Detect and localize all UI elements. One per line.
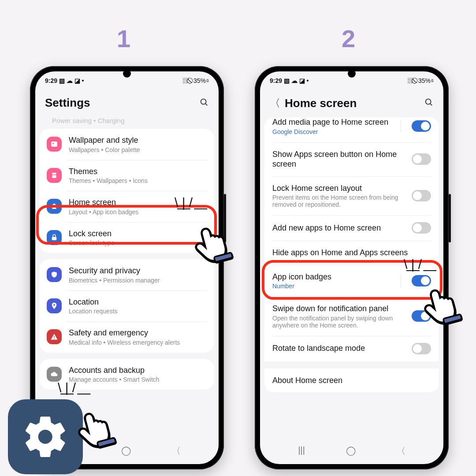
search-icon[interactable] [424,97,434,109]
shield-icon [47,267,62,282]
svg-line-9 [430,104,432,105]
camera-notch [348,70,356,78]
row-subtitle: Open the notification panel by swiping d… [272,315,406,329]
option-row[interactable]: Add media page to Home screenGoogle Disc… [264,117,439,142]
row-title: Safety and emergency [69,328,207,338]
row-title: Rotate to landscape mode [272,343,406,353]
row-subtitle: Manage accounts • Smart Switch [69,376,207,383]
home-button[interactable]: ◯ [121,445,131,457]
row-title: Themes [69,167,207,177]
step-2-label: 2 [342,24,355,53]
svg-rect-6 [54,336,55,338]
svg-rect-7 [54,338,55,339]
clipped-row: Power saving • Charging [40,117,214,129]
settings-row[interactable]: LocationLocation requests [40,290,214,322]
row-title: Hide apps on Home and Apps screens [272,248,431,258]
step-1-label: 1 [117,24,130,53]
row-subtitle: Medical info • Wireless emergency alerts [69,339,207,346]
row-title: Lock Home screen layout [272,183,406,193]
tap-pointer-3: \ | /— — [68,397,121,450]
image-icon [47,137,62,152]
toggle-switch[interactable] [412,190,431,201]
tap-pointer-1: \ | /— — [185,212,238,264]
row-title: Swipe down for notification panel [272,304,406,314]
toggle-switch[interactable] [412,222,431,234]
status-time: 9:29 ▧ ☁ ◪ • [45,77,84,84]
cloud-icon [47,367,62,382]
page-title: Settings [45,96,90,110]
toggle-switch[interactable] [412,343,431,354]
settings-header: Settings [35,88,219,117]
status-right: ⛆ ⃠ 35%▯ [407,77,434,84]
toggle-switch[interactable] [412,120,431,132]
home-screen-header: 〈 Home screen [260,88,443,117]
search-icon[interactable] [199,97,209,109]
back-button[interactable]: 〈 [172,445,181,457]
camera-notch [123,70,131,78]
pin-icon [47,298,62,313]
row-subtitle: Biometrics • Permission manager [69,277,207,284]
row-title: Show Apps screen button on Home screen [272,149,406,169]
row-title: Add media page to Home screen [272,117,395,127]
row-title: Security and privacy [69,266,207,276]
svg-rect-4 [52,237,57,240]
settings-row[interactable]: Wallpaper and styleWallpapers • Color pa… [40,129,214,160]
option-row[interactable]: Show Apps screen button on Home screen [264,142,439,176]
home-button[interactable]: ◯ [346,445,356,457]
row-title: App icon badges [272,272,395,282]
svg-point-8 [426,99,431,104]
svg-point-3 [52,143,54,144]
row-title: Wallpaper and style [69,135,207,145]
row-subtitle: Wallpapers • Color palette [69,146,207,153]
lock-icon [47,230,62,245]
svg-rect-2 [51,141,57,147]
alert-icon [47,329,62,344]
row-title: About Home screen [272,376,431,386]
option-row[interactable]: About Home screen [264,368,439,393]
row-subtitle: Prevent items on the Home screen from be… [272,194,406,208]
toggle-divider [401,119,401,133]
home-icon [47,199,62,214]
status-right: ⛆ ⃠ 35%▯ [182,77,209,84]
row-subtitle: Themes • Wallpapers • Icons [69,177,207,184]
option-row[interactable]: Rotate to landscape mode [264,336,439,361]
svg-line-1 [205,103,207,105]
row-link[interactable]: Number [272,283,395,290]
option-row[interactable]: Swipe down for notification panelOpen th… [264,297,439,336]
svg-point-0 [201,99,206,104]
toggle-switch[interactable] [412,153,431,165]
row-title: Add new apps to Home screen [272,223,406,233]
settings-row[interactable]: Safety and emergencyMedical info • Wirel… [40,321,214,353]
themes-icon [47,168,62,183]
row-title: Location [69,297,207,307]
option-row[interactable]: Lock Home screen layoutPrevent items on … [264,176,439,216]
option-row[interactable]: Add new apps to Home screen [264,215,439,241]
settings-row[interactable]: ThemesThemes • Wallpapers • Icons [40,160,214,191]
recents-button[interactable]: ||| [298,445,305,457]
status-time: 9:29 ▧ ☁ ◪ • [270,77,309,84]
page-title: Home screen [285,97,357,110]
tap-pointer-2: \ | /— — [414,273,467,326]
row-link[interactable]: Google Discover [272,128,395,135]
android-navbar[interactable]: ||| ◯ 〈 [260,442,443,461]
toggle-divider [401,274,401,287]
svg-point-5 [53,304,55,306]
back-icon[interactable]: 〈 [270,96,280,110]
row-subtitle: Location requests [69,308,207,315]
back-button[interactable]: 〈 [397,445,405,457]
row-title: Accounts and backup [69,365,207,376]
